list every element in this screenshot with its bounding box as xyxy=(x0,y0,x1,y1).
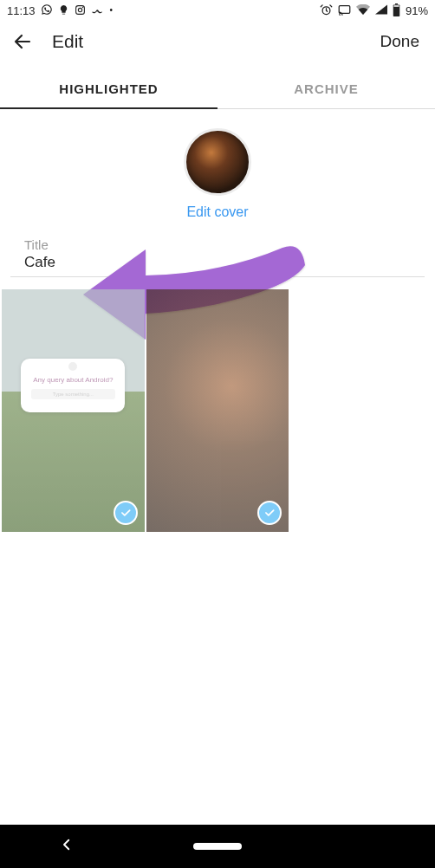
status-time: 11:13 xyxy=(7,5,36,16)
story-thumbnail[interactable] xyxy=(146,289,289,532)
android-nav-bar xyxy=(0,825,435,868)
tab-highlighted[interactable]: HIGHLIGHTED xyxy=(0,69,218,109)
bulb-icon xyxy=(58,4,69,17)
svg-rect-6 xyxy=(395,3,398,5)
cover-section: Edit cover xyxy=(0,109,435,220)
tabs: HIGHLIGHTED ARCHIVE xyxy=(0,69,435,109)
question-input: Type something... xyxy=(31,389,115,399)
signal-icon xyxy=(375,4,387,16)
cast-icon xyxy=(338,4,351,17)
story-grid: Any query about Android? Type something.… xyxy=(0,289,435,532)
back-arrow-icon[interactable] xyxy=(12,31,33,52)
alarm-icon xyxy=(320,3,333,18)
mustache-icon xyxy=(91,5,105,16)
battery-percent: 91% xyxy=(406,5,428,16)
tab-archive[interactable]: ARCHIVE xyxy=(218,69,435,109)
svg-rect-7 xyxy=(393,5,399,7)
app-header: Edit Done xyxy=(0,21,435,61)
story-empty-slot xyxy=(290,289,433,532)
svg-point-2 xyxy=(81,6,82,7)
page-title: Edit xyxy=(52,31,83,52)
title-label: Title xyxy=(24,237,411,252)
story-question-sticker: Any query about Android? Type something.… xyxy=(21,359,125,412)
question-text: Any query about Android? xyxy=(33,376,113,384)
nav-home-pill[interactable] xyxy=(193,843,242,850)
svg-point-1 xyxy=(78,8,81,11)
title-input[interactable]: Cafe xyxy=(24,254,411,271)
status-bar: 11:13 • 91% xyxy=(0,0,435,21)
done-button[interactable]: Done xyxy=(380,32,419,51)
selected-check-icon[interactable] xyxy=(257,501,282,525)
title-field-block[interactable]: Title Cafe xyxy=(10,225,425,277)
selected-check-icon[interactable] xyxy=(114,501,138,525)
highlight-cover-image[interactable] xyxy=(184,128,251,196)
battery-icon xyxy=(393,3,400,18)
wifi-icon xyxy=(356,4,370,16)
nav-back-icon[interactable] xyxy=(59,837,75,856)
edit-cover-link[interactable]: Edit cover xyxy=(186,204,248,220)
whatsapp-icon xyxy=(41,3,53,17)
dot-icon: • xyxy=(110,6,114,15)
instagram-icon xyxy=(75,4,86,17)
story-thumbnail[interactable]: Any query about Android? Type something.… xyxy=(2,289,145,532)
